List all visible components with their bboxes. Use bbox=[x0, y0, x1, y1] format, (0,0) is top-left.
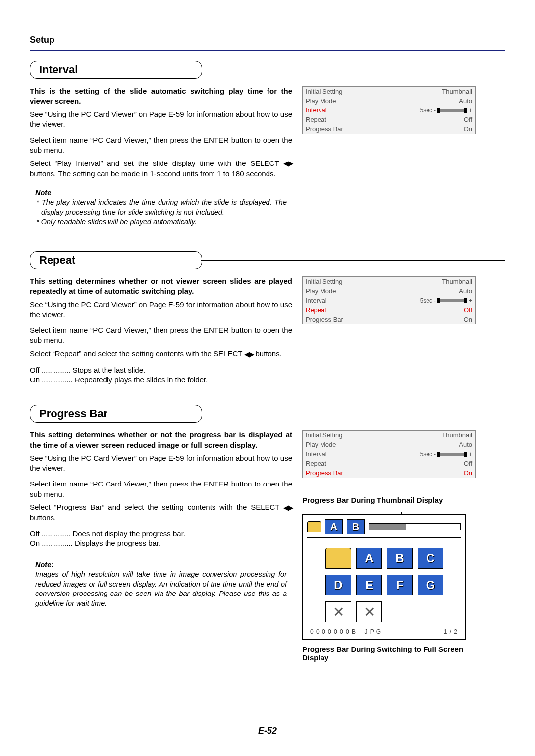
repeat-off-row: Off .............. Stops at the last sli… bbox=[30, 365, 292, 375]
repeat-on-row: On ............... Repeatedly plays the … bbox=[30, 375, 292, 385]
txt: buttons. bbox=[253, 349, 282, 358]
grid-letter: D bbox=[325, 575, 351, 595]
thumbnail-display: A B A B C D E F G ✕ ✕ 0 0 0 0 0 bbox=[302, 514, 466, 640]
txt: buttons. bbox=[30, 513, 56, 522]
note-body: Images of high resolution will take time… bbox=[35, 570, 287, 608]
interval-p3: Select item name “PC Card Viewer,” then … bbox=[30, 135, 292, 156]
progress-p4: Select “Progress Bar” and select the set… bbox=[30, 502, 292, 523]
thumbnail-topbar: A B bbox=[307, 519, 461, 538]
progress-title: Progress Bar bbox=[30, 405, 202, 423]
folder-icon bbox=[307, 521, 321, 532]
progress-off-row: Off .............. Does not display the … bbox=[30, 529, 292, 539]
repeat-p4: Select “Repeat” and select the setting c… bbox=[30, 349, 292, 359]
title-rule bbox=[201, 414, 505, 414]
repeat-title: Repeat bbox=[30, 251, 202, 269]
thumb-letter: A bbox=[325, 519, 343, 534]
osd-progress: Initial SettingThumbnail Play ModeAuto I… bbox=[302, 430, 476, 478]
note-title: Note: bbox=[35, 560, 287, 570]
repeat-p1: This setting determines whether or not v… bbox=[30, 276, 292, 297]
title-rule bbox=[201, 70, 505, 70]
txt: Select “Progress Bar” and select the set… bbox=[30, 503, 283, 511]
broken-icon: ✕ bbox=[325, 601, 351, 622]
interval-p2: See “Using the PC Card Viewer” on Page E… bbox=[30, 109, 292, 130]
thumbnail-status: 0 0 0 0 0 0 0 B _ J P G 1 / 2 bbox=[307, 626, 461, 635]
repeat-p2: See “Using the PC Card Viewer” on Page E… bbox=[30, 300, 292, 320]
osd-repeat: Initial SettingThumbnail Play ModeAuto I… bbox=[302, 276, 476, 324]
title-rule bbox=[201, 260, 505, 261]
interval-note: Note * The play interval indicates the t… bbox=[30, 184, 292, 231]
broken-icon: ✕ bbox=[356, 601, 382, 622]
note-line: * The play interval indicates the time d… bbox=[35, 198, 287, 217]
section-progress: Progress Bar This setting determines whe… bbox=[30, 405, 505, 665]
note-line: * Only readable slides will be played au… bbox=[35, 217, 287, 227]
grid-letter: F bbox=[387, 575, 413, 595]
caption-thumb: Progress Bar During Thumbnail Display bbox=[302, 496, 476, 504]
progress-p2: See “Using the PC Card Viewer” on Page E… bbox=[30, 453, 292, 474]
progress-track bbox=[369, 523, 461, 530]
grid-letter: E bbox=[356, 575, 382, 595]
header-rule bbox=[30, 50, 505, 51]
arrows-icon: ◀▶ bbox=[283, 503, 292, 513]
progress-p1: This setting determines whether or not t… bbox=[30, 430, 292, 450]
folder-icon bbox=[325, 548, 351, 569]
progress-on-row: On ............... Displays the progress… bbox=[30, 539, 292, 548]
grid-letter: C bbox=[418, 548, 443, 569]
section-repeat: Repeat This setting determines whether o… bbox=[30, 251, 505, 385]
txt: Select “Play Interval” and set the slide… bbox=[30, 159, 283, 167]
page-number: E-52 bbox=[0, 726, 535, 736]
thumb-letter: B bbox=[347, 519, 365, 534]
thumbnail-grid: A B C D E F G ✕ ✕ bbox=[307, 538, 461, 626]
filename-text: 0 0 0 0 0 0 0 B _ J P G bbox=[310, 628, 381, 635]
grid-letter: A bbox=[356, 548, 382, 569]
grid-letter: G bbox=[418, 575, 443, 595]
setup-header: Setup bbox=[30, 35, 505, 45]
note-title: Note bbox=[35, 188, 287, 198]
grid-letter: B bbox=[387, 548, 413, 569]
progress-note: Note: Images of high resolution will tak… bbox=[30, 556, 292, 613]
section-interval: Interval This is the setting of the slid… bbox=[30, 61, 505, 231]
page-text: 1 / 2 bbox=[444, 628, 458, 635]
arrows-icon: ◀▶ bbox=[283, 159, 292, 168]
interval-p1: This is the setting of the slide automat… bbox=[30, 86, 292, 107]
interval-title: Interval bbox=[30, 61, 202, 79]
progress-p3: Select item name “PC Card Viewer,” then … bbox=[30, 479, 292, 499]
txt: buttons. The setting can be made in 1-se… bbox=[30, 169, 276, 178]
interval-p4: Select “Play Interval” and set the slide… bbox=[30, 159, 292, 179]
arrows-icon: ◀▶ bbox=[244, 349, 253, 359]
repeat-p3: Select item name “PC Card Viewer,” then … bbox=[30, 325, 292, 346]
osd-interval: Initial SettingThumbnail Play ModeAuto I… bbox=[302, 86, 476, 134]
txt: Select “Repeat” and select the setting c… bbox=[30, 349, 244, 358]
caption-fullscreen: Progress Bar During Switching to Full Sc… bbox=[302, 645, 476, 662]
